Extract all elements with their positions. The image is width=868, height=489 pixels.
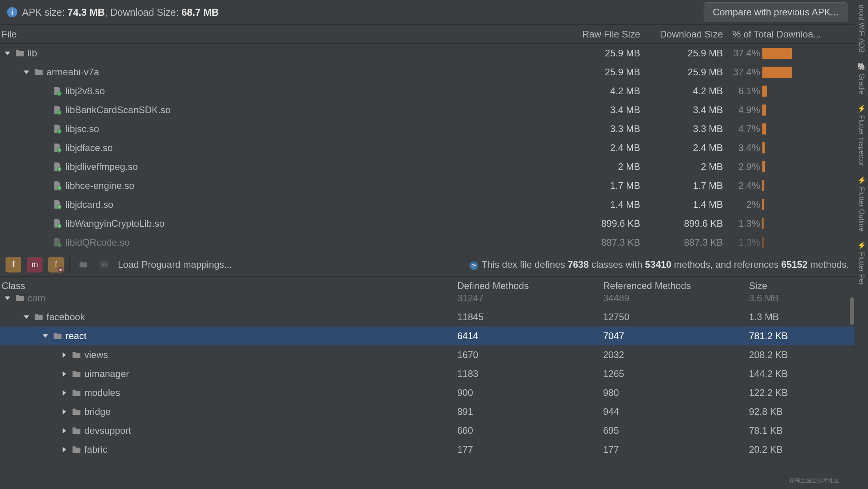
raw-size: 1.4 MB (563, 199, 650, 210)
class-row[interactable]: facebook 11845 12750 1.3 MB (0, 308, 855, 327)
class-row[interactable]: uimanager 1183 1265 144.2 KB (0, 364, 855, 383)
download-size: 3.3 MB (650, 123, 732, 134)
defined-methods: 11845 (453, 312, 598, 323)
referenced-methods: 177 (598, 444, 744, 455)
chevron-down-icon[interactable] (3, 295, 12, 301)
file-rows: lib 25.9 MB 25.9 MB 37.4% armeabi-v7a 25… (0, 44, 855, 252)
pct-bar (762, 123, 855, 134)
file-row[interactable]: ? libjdliveffmpeg.so 2 MB 2 MB 2.9% (0, 157, 855, 176)
class-rows: com 31247 34489 3.6 MB facebook 11845 12… (0, 295, 855, 489)
file-row[interactable]: ? libidQRcode.so 887.3 KB 887.3 KB 1.3% (0, 233, 855, 252)
raw-size: 25.9 MB (563, 67, 650, 78)
file-row[interactable]: ? libhce-engine.so 1.7 MB 1.7 MB 2.4% (0, 176, 855, 195)
watermark: @稀土掘金技术社区 (789, 477, 839, 484)
class-size: 122.2 KB (744, 387, 855, 398)
raw-size: 3.4 MB (563, 105, 650, 116)
pct-bar (762, 180, 855, 191)
sidebar-label: droid WiFi ADB (857, 5, 866, 53)
filter-methods-button[interactable]: m (27, 257, 43, 272)
referenced-methods: 695 (598, 425, 744, 436)
chevron-right-icon[interactable] (60, 428, 69, 433)
pct-text: 37.4% (732, 48, 760, 59)
file-name: libidQRcode.so (65, 237, 130, 248)
download-size: 4.2 MB (650, 86, 732, 97)
sidebar-tool-item[interactable]: 🐘Gradle (856, 58, 868, 99)
chevron-right-icon[interactable] (60, 352, 69, 358)
sidebar-tool-item[interactable]: droid WiFi ADB (856, 0, 867, 58)
pct-bar (762, 161, 855, 172)
header-raw-size[interactable]: Raw File Size (563, 29, 650, 40)
header-defined[interactable]: Defined Methods (453, 280, 598, 291)
svg-text:?: ? (58, 149, 60, 153)
file-row[interactable]: lib 25.9 MB 25.9 MB 37.4% (0, 44, 855, 63)
class-row[interactable]: com 31247 34489 3.6 MB (0, 295, 855, 308)
compare-apk-button[interactable]: Compare with previous APK... (704, 2, 848, 22)
raw-size: 3.3 MB (563, 123, 650, 134)
package-icon (72, 427, 81, 435)
svg-text:?: ? (58, 224, 60, 228)
class-row[interactable]: devsupport 660 695 78.1 KB (0, 421, 855, 440)
pct-text: 1.3% (732, 218, 760, 229)
pct-bar (762, 105, 855, 116)
chevron-down-icon[interactable] (41, 333, 50, 339)
class-row[interactable]: bridge 891 944 92.8 KB (0, 402, 855, 421)
filter-fields-button[interactable]: f (6, 257, 21, 272)
class-size: 20.2 KB (744, 444, 855, 455)
sidebar-tool-item[interactable]: ⚡Flutter Outline (856, 171, 868, 236)
chevron-right-icon[interactable] (60, 371, 69, 377)
header-file[interactable]: File (0, 29, 563, 40)
file-row[interactable]: armeabi-v7a 25.9 MB 25.9 MB 37.4% (0, 63, 855, 82)
svg-text:?: ? (58, 243, 60, 247)
file-name: libhce-engine.so (65, 180, 134, 191)
raw-size: 1.7 MB (563, 180, 650, 191)
class-name: facebook (47, 312, 85, 323)
chevron-right-icon[interactable] (60, 409, 69, 414)
scrollbar-vertical[interactable] (850, 297, 854, 325)
filter-fields-methods-button[interactable]: fm (48, 257, 64, 272)
class-row[interactable]: react 6414 7047 781.2 KB (0, 327, 855, 345)
file-row[interactable]: ? libWangyinCryptoLib.so 899.6 KB 899.6 … (0, 214, 855, 233)
chevron-down-icon[interactable] (22, 314, 31, 320)
sidebar-icon: ⚡ (857, 241, 866, 250)
class-name: modules (84, 387, 120, 398)
class-row[interactable]: modules 900 980 122.2 KB (0, 383, 855, 402)
file-row[interactable]: ? libjdface.so 2.4 MB 2.4 MB 3.4% (0, 138, 855, 157)
header-download-size[interactable]: Download Size (650, 29, 732, 40)
class-row[interactable]: fabric 177 177 20.2 KB (0, 440, 855, 459)
defined-methods: 31247 (453, 295, 598, 304)
header-class[interactable]: Class (0, 280, 453, 291)
class-name: fabric (84, 444, 108, 455)
class-row[interactable]: views 1670 2032 208.2 KB (0, 345, 855, 364)
header-size[interactable]: Size (744, 280, 855, 291)
file-row[interactable]: ? libBankCardScanSDK.so 3.4 MB 3.4 MB 4.… (0, 101, 855, 119)
file-row[interactable]: ? libjsc.so 3.3 MB 3.3 MB 4.7% (0, 119, 855, 138)
download-size: 887.3 KB (650, 237, 732, 248)
svg-text:?: ? (58, 92, 60, 96)
raw-size: 899.6 KB (563, 218, 650, 229)
header-referenced[interactable]: Referenced Methods (598, 280, 744, 291)
file-name: libWangyinCryptoLib.so (65, 218, 164, 229)
header-pct[interactable]: % of Total Downloa... (732, 29, 855, 40)
pct-text: 2% (732, 199, 760, 210)
file-row[interactable]: ? libj2v8.so 4.2 MB 4.2 MB 6.1% (0, 82, 855, 101)
svg-text:?: ? (58, 187, 60, 190)
chevron-down-icon[interactable] (22, 69, 31, 75)
file-table-header: File Raw File Size Download Size % of To… (0, 25, 855, 44)
download-size: 1.4 MB (650, 199, 732, 210)
sidebar-label: Flutter Inspector (857, 115, 866, 166)
chevron-right-icon[interactable] (60, 390, 69, 396)
sidebar-tool-item[interactable]: ⚡Flutter Inspector (856, 99, 868, 171)
chevron-down-icon[interactable] (3, 50, 12, 56)
load-proguard-link[interactable]: Load Proguard mappings... (118, 259, 232, 270)
file-row[interactable]: ? libjdcard.so 1.4 MB 1.4 MB 2% (0, 195, 855, 214)
file-name: libjdface.so (65, 142, 113, 153)
nav-up-icon (75, 257, 91, 272)
package-icon (72, 370, 81, 378)
package-icon (72, 408, 81, 416)
file-name: libjsc.so (65, 123, 99, 134)
sidebar-tool-item[interactable]: ⚡Flutter Per (856, 236, 868, 290)
chevron-right-icon[interactable] (60, 447, 69, 452)
file-icon: ? (53, 87, 62, 95)
sidebar-label: Flutter Per (857, 252, 866, 285)
class-name: views (84, 349, 108, 360)
